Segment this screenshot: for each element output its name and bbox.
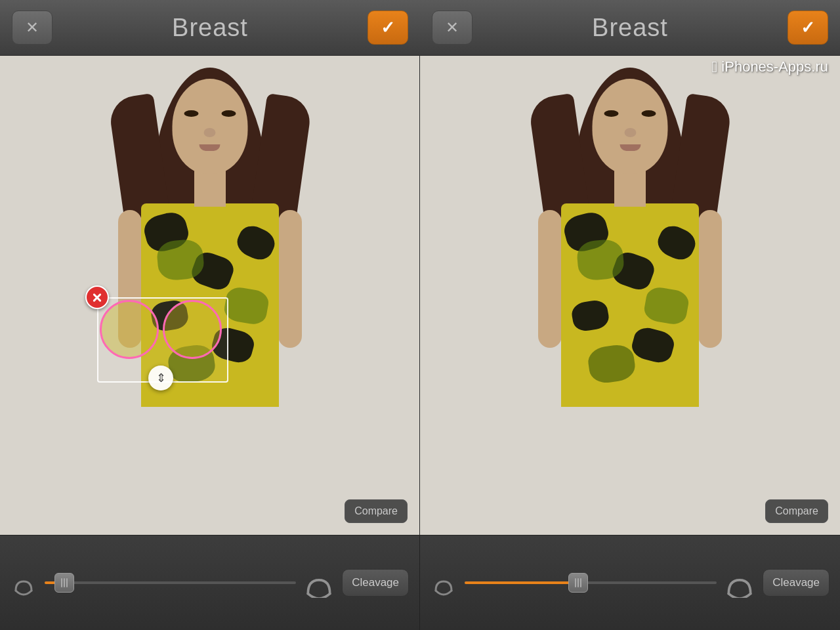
photo-bg-left: ⇕ Compare [0, 56, 419, 535]
bottom-bar: Cleavage Cleavage [0, 535, 840, 630]
cleavage-button-left[interactable]: Cleavage [342, 569, 409, 597]
slider-thumb-left[interactable] [54, 573, 74, 593]
slider-thumb-grip-right [575, 578, 581, 587]
confirm-button-left[interactable]: ✓ [368, 10, 408, 45]
bottom-section-right: Cleavage [420, 536, 840, 630]
watermark-text: iPhones-Apps.ru [721, 58, 828, 75]
slider-track-right [465, 581, 717, 584]
top-section-left: ✕ Breast ✓ [12, 10, 420, 45]
watermark:  iPhones-Apps.ru [712, 58, 828, 76]
move-handle[interactable]: ⇕ [148, 366, 173, 390]
compare-button-right[interactable]: Compare [765, 499, 828, 523]
cancel-button-left[interactable]: ✕ [12, 10, 52, 45]
cancel-button-right[interactable]: ✕ [432, 10, 472, 45]
image-panel-right: Compare [420, 56, 840, 535]
delete-button[interactable] [85, 285, 109, 309]
slider-thumb-grip [61, 578, 68, 587]
compare-button-left[interactable]: Compare [345, 499, 408, 523]
move-arrows-icon: ⇕ [156, 372, 166, 384]
bottom-section-left: Cleavage [0, 536, 420, 630]
top-bar: ✕ Breast ✓ ✕ Breast ✓ [0, 0, 840, 56]
title-left: Breast [52, 14, 368, 42]
breast-icon-large-right [724, 568, 755, 598]
photo-bg-right: Compare [420, 56, 840, 535]
slider-track-left [45, 581, 296, 584]
top-section-right: ✕ Breast ✓ [420, 10, 828, 45]
check-icon-right: ✓ [801, 18, 815, 38]
slider-right[interactable] [465, 573, 717, 593]
slider-left[interactable] [45, 573, 296, 593]
breast-icon-large-left [304, 568, 334, 598]
slider-thumb-right[interactable] [568, 573, 588, 593]
image-panel-left: ⇕ Compare [0, 56, 420, 535]
cleavage-button-right[interactable]: Cleavage [763, 569, 830, 597]
edit-overlay: ⇕ [85, 285, 236, 390]
breast-icon-small-right [430, 570, 457, 596]
close-icon-right: ✕ [446, 20, 459, 35]
check-icon-left: ✓ [381, 18, 395, 38]
circle-left[interactable] [100, 300, 159, 359]
circle-right[interactable] [163, 300, 222, 359]
breast-icon-small-left [10, 570, 37, 596]
confirm-button-right[interactable]: ✓ [788, 10, 828, 45]
title-right: Breast [472, 14, 788, 42]
slider-fill-right [465, 581, 578, 584]
main-area: ⇕ Compare [0, 56, 840, 535]
close-icon-left: ✕ [26, 20, 39, 35]
apple-icon:  [712, 58, 718, 76]
